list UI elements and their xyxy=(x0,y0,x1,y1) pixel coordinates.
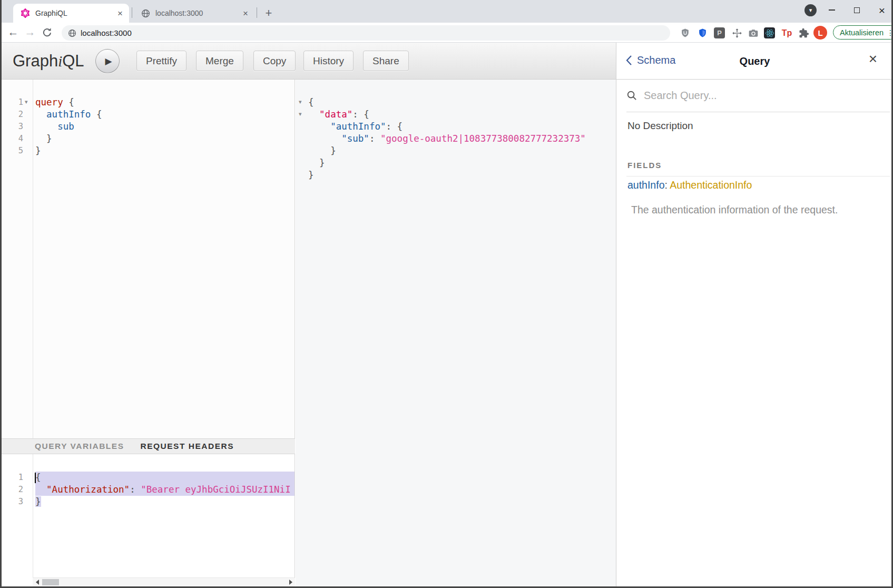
fold-arrow-icon[interactable]: ▾ xyxy=(299,99,302,105)
address-bar[interactable]: localhost:3000 xyxy=(62,25,670,41)
tab-close-icon[interactable]: × xyxy=(243,9,248,18)
browser-tab-localhost[interactable]: localhost:3000 × xyxy=(133,4,254,23)
extensions-puzzle-icon[interactable] xyxy=(797,26,810,40)
p-extension-icon[interactable]: P xyxy=(713,26,726,40)
react-devtools-extension-icon[interactable] xyxy=(763,26,776,40)
profile-avatar[interactable]: L xyxy=(813,26,827,40)
doc-explorer-header: Schema Query × xyxy=(616,43,893,80)
reload-button[interactable] xyxy=(39,24,55,40)
doc-close-button[interactable]: × xyxy=(869,52,877,66)
new-tab-button[interactable]: + xyxy=(262,7,275,19)
tab-title: GraphiQL xyxy=(35,9,113,17)
window-maximize-button[interactable] xyxy=(848,2,866,18)
query-editor[interactable]: 12345 ▾ query { authInfo { sub }} xyxy=(0,80,295,439)
menu-dots-icon[interactable]: ⋮ xyxy=(887,28,893,37)
doc-no-description: No Description xyxy=(627,120,693,132)
headers-line-numbers: 123 xyxy=(0,472,23,508)
search-icon xyxy=(626,90,637,101)
headers-code[interactable]: { "Authorization": "Bearer eyJhbGciOiJSU… xyxy=(35,472,295,508)
camera-extension-icon[interactable] xyxy=(747,26,760,40)
copy-button[interactable]: Copy xyxy=(253,51,296,71)
field-description: The authentication information of the re… xyxy=(631,204,838,216)
ublock-extension-icon[interactable] xyxy=(679,26,692,40)
graphiql-favicon-icon xyxy=(21,8,30,18)
graphiql-logo: GraphiQL xyxy=(13,52,84,71)
tab-request-headers[interactable]: REQUEST HEADERS xyxy=(141,442,234,451)
response-code: { "data": { "authInfo": { "sub": "google… xyxy=(308,96,616,181)
refresh-page-button[interactable]: Aktualisieren ⋮ xyxy=(833,25,893,40)
doc-field-row: authInfo: AuthenticationInfo xyxy=(627,179,752,191)
gutter-separator xyxy=(33,454,33,577)
gutter-separator xyxy=(33,80,33,439)
move-tool-extension-icon[interactable] xyxy=(730,26,743,40)
url-text: localhost:3000 xyxy=(81,28,132,37)
tab-divider xyxy=(132,7,132,18)
browser-window: GraphiQL × localhost:3000 × + ▾ × ← → xyxy=(0,0,893,588)
browser-tab-strip: GraphiQL × localhost:3000 × + ▾ × xyxy=(0,0,893,23)
window-minimize-button[interactable] xyxy=(823,2,841,18)
doc-search-input[interactable] xyxy=(644,90,844,102)
field-name-link[interactable]: authInfo xyxy=(627,179,664,191)
query-line-numbers: 12345 xyxy=(0,96,23,157)
field-type-link[interactable]: AuthenticationInfo xyxy=(670,179,752,191)
tab-divider xyxy=(257,7,257,18)
tab-close-icon[interactable]: × xyxy=(117,9,123,18)
scrollbar-thumb[interactable] xyxy=(42,579,59,585)
execute-query-button[interactable]: ▶ xyxy=(95,49,120,73)
history-button[interactable]: History xyxy=(303,51,354,71)
browser-tab-graphiql[interactable]: GraphiQL × xyxy=(13,4,129,23)
text-cursor xyxy=(35,473,36,483)
bitwarden-extension-icon[interactable] xyxy=(696,26,709,40)
download-status-icon[interactable]: ▾ xyxy=(804,4,817,16)
secondary-editor-tabbar: QUERY VARIABLES REQUEST HEADERS xyxy=(0,438,295,454)
doc-explorer-panel: Schema Query × No Description FIELDS aut… xyxy=(616,43,893,588)
request-headers-editor[interactable]: 123 { "Authorization": "Bearer eyJhbGciO… xyxy=(0,454,295,577)
window-close-button[interactable]: × xyxy=(873,2,891,18)
tab-title: localhost:3000 xyxy=(155,9,239,17)
tp-extension-icon[interactable]: Tp xyxy=(780,26,793,40)
globe-icon xyxy=(141,8,150,18)
scroll-right-arrow[interactable] xyxy=(286,578,295,586)
doc-fields-label: FIELDS xyxy=(627,161,662,170)
share-button[interactable]: Share xyxy=(363,51,409,71)
response-viewer: ▾ ▾ { "data": { "authInfo": { "sub": "go… xyxy=(296,80,616,588)
doc-explorer-title: Query xyxy=(616,55,893,67)
horizontal-scrollbar[interactable] xyxy=(33,577,295,586)
prettify-button[interactable]: Prettify xyxy=(136,51,187,71)
merge-button[interactable]: Merge xyxy=(196,51,243,71)
forward-button[interactable]: → xyxy=(22,24,38,40)
globe-icon xyxy=(68,29,76,37)
play-icon: ▶ xyxy=(105,56,112,67)
fields-divider xyxy=(626,176,890,177)
back-button[interactable]: ← xyxy=(5,24,21,40)
fold-arrow-icon[interactable]: ▾ xyxy=(25,99,28,105)
tab-query-variables[interactable]: QUERY VARIABLES xyxy=(35,442,124,451)
doc-search-row xyxy=(626,80,890,112)
fold-arrow-icon[interactable]: ▾ xyxy=(299,111,302,117)
query-code[interactable]: query { authInfo { sub }} xyxy=(35,96,295,157)
scroll-left-arrow[interactable] xyxy=(33,578,42,586)
